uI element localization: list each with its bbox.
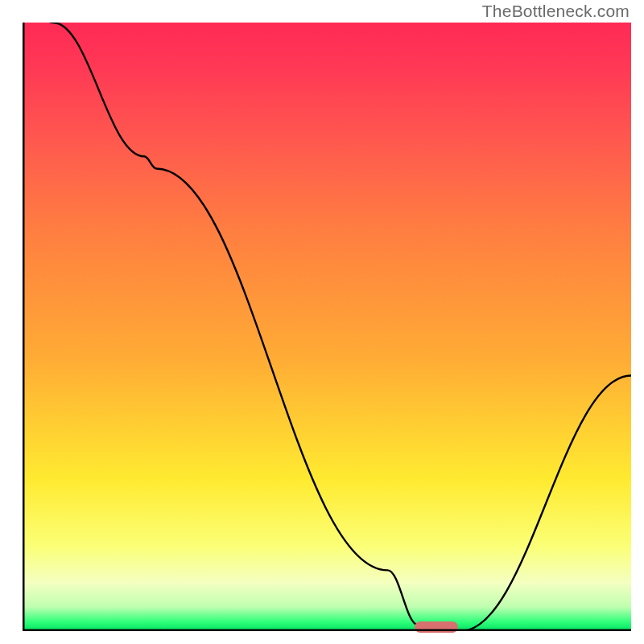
plot-area [23,23,631,631]
watermark-text: TheBottleneck.com [482,2,630,21]
optimal-point-marker [415,621,458,633]
gradient-background [23,23,631,631]
